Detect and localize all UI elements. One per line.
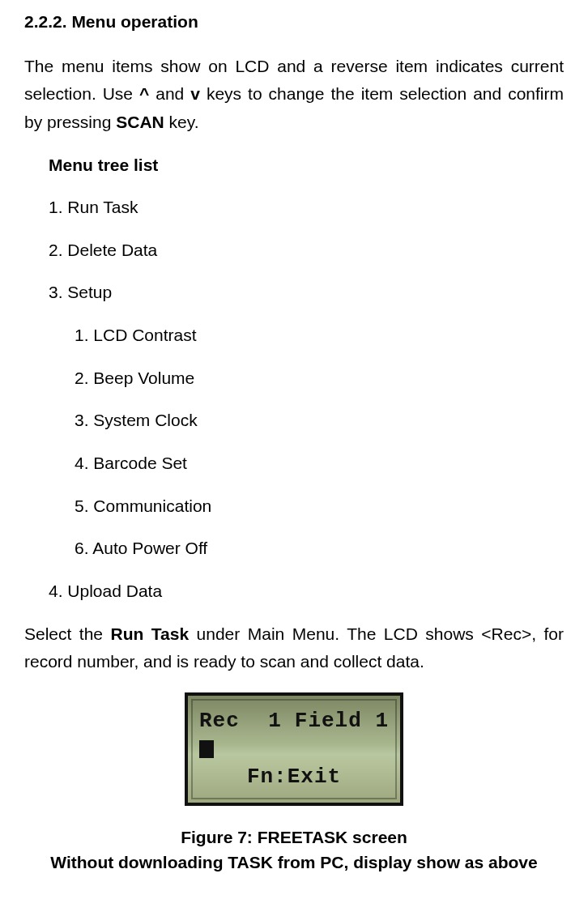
intro-paragraph: The menu items show on LCD and a reverse… [24,53,564,137]
list-item: 3. System Clock [75,407,564,435]
list-item: 2. Beep Volume [75,364,564,393]
lcd-line-3: Fn:Exit [199,760,389,795]
list-item: 5. Communication [75,492,564,521]
figure-container: Rec 1 Field 1 Fn:Exit [24,692,564,815]
list-item: 1. Run Task [49,194,564,222]
lcd-field-label: Field 1 [295,704,389,739]
scan-key: SCAN [116,113,164,131]
lcd-inner: Rec 1 Field 1 Fn:Exit [199,704,389,795]
figure-caption-line2: Without downloading TASK from PC, displa… [24,850,564,876]
intro-mid1: and [149,84,190,103]
list-item: 4. Upload Data [49,577,564,606]
submenu-list: 1. LCD Contrast 2. Beep Volume 3. System… [49,322,564,563]
lcd-line-1: Rec 1 Field 1 [199,704,389,739]
run-task-label: Run Task [111,624,190,643]
list-item: 4. Barcode Set [75,450,564,478]
menu-list: 1. Run Task 2. Delete Data 3. Setup 1. L… [24,194,564,605]
list-item: 6. Auto Power Off [75,535,564,563]
list-item: 3. Setup 1. LCD Contrast 2. Beep Volume … [49,279,564,562]
select-paragraph: Select the Run Task under Main Menu. The… [24,620,564,676]
v-key: v [190,84,200,103]
lcd-record-number: 1 [245,704,290,739]
lcd-screenshot: Rec 1 Field 1 Fn:Exit [185,692,403,806]
list-item: 2. Delete Data [49,236,564,265]
list-item: 1. LCD Contrast [75,322,564,350]
select-pre: Select the [24,624,111,643]
list-item-label: 3. Setup [49,283,112,301]
lcd-line-2 [199,740,389,758]
figure-caption: Figure 7: FREETASK screen Without downlo… [24,824,564,876]
section-heading: 2.2.2. Menu operation [24,8,564,36]
menu-tree-title: Menu tree list [24,151,564,180]
figure-caption-line1: Figure 7: FREETASK screen [24,824,564,850]
intro-post: key. [164,113,199,131]
caret-up-key: ^ [139,84,149,103]
lcd-cursor-icon [199,740,214,758]
lcd-rec-label: Rec [199,704,240,739]
